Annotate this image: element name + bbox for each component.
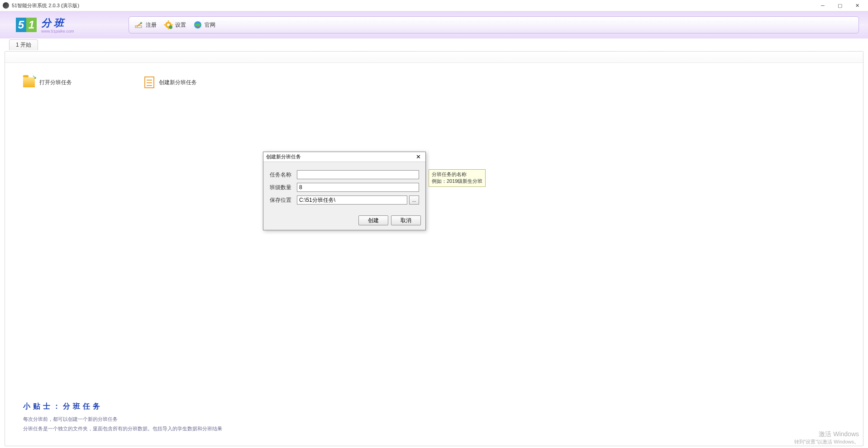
label-task-name: 任务名称 bbox=[270, 171, 297, 179]
dialog-footer: 创建 取消 bbox=[263, 213, 425, 230]
settings-label: 设置 bbox=[175, 21, 186, 29]
create-task-dialog: 创建新分班任务 ✕ 任务名称 班级数量 保存位置 ... 创建 取消 bbox=[263, 152, 426, 230]
logo-cn: 分班 bbox=[41, 16, 74, 30]
tips-line-1: 每次分班前，都可以创建一个新的分班任务 bbox=[23, 416, 845, 423]
tips-line-2: 分班任务是一个独立的文件夹，里面包含所有的分班数据。包括导入的学生数据和分班结果 bbox=[23, 425, 845, 432]
tab-start[interactable]: 1 开始 bbox=[9, 39, 38, 50]
create-task-button[interactable]: 创建新分班任务 bbox=[144, 76, 197, 88]
register-icon bbox=[134, 20, 143, 29]
dialog-ok-button[interactable]: 创建 bbox=[358, 215, 388, 225]
dialog-titlebar[interactable]: 创建新分班任务 ✕ bbox=[263, 152, 425, 162]
maximize-button[interactable]: ▢ bbox=[832, 1, 848, 10]
create-task-label: 创建新分班任务 bbox=[159, 79, 197, 86]
register-label: 注册 bbox=[146, 21, 157, 29]
register-button[interactable]: 注册 bbox=[134, 20, 157, 29]
tab-bar: 1 开始 bbox=[0, 38, 868, 50]
label-save-path: 保存位置 bbox=[270, 196, 297, 204]
logo-mark: 5 1 bbox=[16, 18, 37, 32]
label-class-count: 班级数量 bbox=[270, 184, 297, 191]
dialog-cancel-button[interactable]: 取消 bbox=[391, 215, 421, 225]
svg-point-3 bbox=[167, 24, 170, 26]
svg-point-8 bbox=[169, 25, 172, 29]
windows-activation-notice: 激活 Windows 转到"设置"以激活 Windows。 bbox=[794, 430, 859, 445]
tooltip-line-1: 分班任务的名称 bbox=[432, 171, 482, 178]
close-button[interactable]: ✕ bbox=[849, 1, 865, 10]
logo-five: 5 bbox=[16, 18, 26, 32]
website-label: 官网 bbox=[205, 21, 215, 29]
activation-hint: 转到"设置"以激活 Windows。 bbox=[794, 438, 859, 445]
website-button[interactable]: 官网 bbox=[193, 20, 215, 29]
logo: 5 1 分班 www.51paike.com bbox=[16, 16, 74, 33]
row-save-path: 保存位置 ... bbox=[270, 195, 419, 205]
logo-one: 1 bbox=[26, 18, 37, 32]
svg-point-1 bbox=[140, 22, 142, 24]
tooltip-task-name: 分班任务的名称 例如：2019级新生分班 bbox=[429, 169, 486, 187]
activation-title: 激活 Windows bbox=[794, 430, 859, 438]
dialog-title: 创建新分班任务 bbox=[266, 153, 414, 160]
content-header-strip bbox=[5, 52, 863, 63]
row-class-count: 班级数量 bbox=[270, 183, 419, 192]
app-icon bbox=[3, 2, 9, 9]
window-controls: ─ ▢ ✕ bbox=[815, 1, 865, 10]
globe-icon bbox=[193, 20, 202, 29]
input-task-name[interactable] bbox=[297, 170, 419, 179]
window-titlebar: 51智能分班系统 2.0.3 (演示版) ─ ▢ ✕ bbox=[0, 0, 868, 11]
svg-rect-6 bbox=[164, 24, 166, 25]
settings-button[interactable]: 设置 bbox=[164, 20, 186, 29]
document-icon bbox=[144, 76, 154, 88]
input-class-count[interactable] bbox=[297, 183, 419, 192]
svg-rect-5 bbox=[168, 28, 169, 29]
open-task-label: 打开分班任务 bbox=[39, 79, 72, 86]
main-content: ↘ 打开分班任务 创建新分班任务 小贴士：分班任务 每次分班前，都可以创建一个新… bbox=[5, 51, 863, 446]
input-save-path[interactable] bbox=[297, 195, 407, 205]
tips-title: 小贴士：分班任务 bbox=[23, 402, 845, 411]
window-title: 51智能分班系统 2.0.3 (演示版) bbox=[12, 2, 815, 9]
dialog-body: 任务名称 班级数量 保存位置 ... bbox=[263, 162, 425, 213]
folder-open-icon: ↘ bbox=[23, 77, 35, 87]
open-task-button[interactable]: ↘ 打开分班任务 bbox=[23, 76, 72, 88]
svg-rect-4 bbox=[168, 20, 169, 22]
main-toolbar: 注册 设置 官网 bbox=[129, 16, 859, 33]
gear-icon bbox=[164, 20, 173, 29]
browse-button[interactable]: ... bbox=[409, 195, 419, 205]
app-header: 5 1 分班 www.51paike.com 注册 设置 官网 bbox=[0, 11, 868, 38]
dialog-close-button[interactable]: ✕ bbox=[414, 153, 423, 160]
start-actions: ↘ 打开分班任务 创建新分班任务 bbox=[5, 63, 863, 88]
tooltip-line-2: 例如：2019级新生分班 bbox=[432, 178, 482, 185]
row-task-name: 任务名称 bbox=[270, 170, 419, 179]
tab-start-label: 1 开始 bbox=[16, 41, 31, 49]
logo-text: 分班 www.51paike.com bbox=[41, 16, 74, 33]
logo-url: www.51paike.com bbox=[41, 29, 74, 33]
svg-rect-7 bbox=[171, 24, 173, 25]
minimize-button[interactable]: ─ bbox=[815, 1, 831, 10]
tips-panel: 小贴士：分班任务 每次分班前，都可以创建一个新的分班任务 分班任务是一个独立的文… bbox=[5, 396, 863, 446]
